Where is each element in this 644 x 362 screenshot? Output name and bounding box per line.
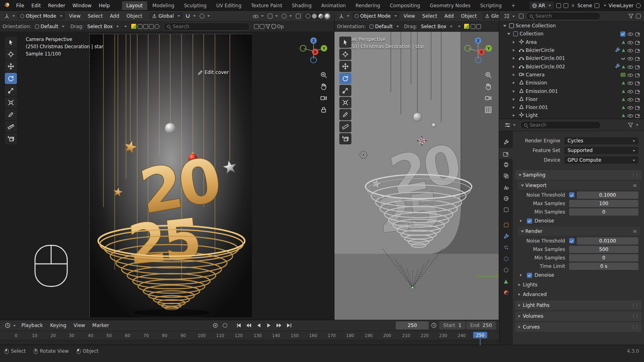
jump-to-end-button[interactable] [285,322,293,329]
drag-options-caret[interactable] [458,26,460,29]
disable-render-toggle[interactable] [635,47,641,53]
disable-render-toggle[interactable] [635,64,641,70]
menu-render[interactable]: Render [45,2,68,10]
navigation-gizmo[interactable]: Z Y X [298,35,329,68]
panel-drag-icon[interactable]: ⋮⋮ [631,173,638,178]
menu-add[interactable]: Add [107,12,122,20]
filter-dropdown[interactable] [626,122,640,128]
mode-dropdown[interactable]: Object Mode [352,12,400,20]
viewport-denoise-row[interactable]: Denoise [513,216,644,226]
menu-view[interactable]: View [66,12,84,20]
workspace-tab-layout[interactable]: Layout [122,1,147,10]
filter-funnel-icon[interactable] [265,24,270,29]
expand-icon[interactable] [503,25,506,29]
viewlayer-name[interactable]: ViewLayer [609,3,634,8]
workspace-tab-shading[interactable]: Shading [287,1,316,10]
tool-move[interactable] [5,61,17,72]
camera-lock-icon[interactable] [320,106,327,113]
viewport-subpanel-header[interactable]: Viewport ≡ [518,181,640,190]
outliner-row-object[interactable]: BézierCircle [499,46,644,54]
expand-icon[interactable] [513,49,516,51]
annotation-color-swatch[interactable] [131,23,137,29]
expand-icon[interactable] [520,274,523,276]
blender-logo-icon[interactable] [3,2,10,9]
tab-tool[interactable] [499,137,513,148]
tool-rotate[interactable] [339,73,351,84]
drag-mode-dropdown[interactable]: Select Box [85,23,122,30]
outliner-row-object[interactable]: BézierCircle.001 [499,54,644,62]
hide-viewport-toggle[interactable] [627,39,633,45]
editor-type-dropdown[interactable] [337,12,351,20]
copy-settings-icon[interactable] [260,24,264,29]
outliner-row-scene-collection[interactable]: Scene Collection [499,22,644,30]
outliner-search-input[interactable] [535,13,597,19]
preset-menu-icon[interactable]: ≡ [633,183,637,188]
outliner-row-object[interactable]: Floor.001 [499,103,644,111]
transform-orientation-dropdown[interactable]: Global [149,12,182,20]
tool-select-box[interactable] [339,37,351,48]
expand-icon[interactable] [513,82,516,84]
disable-render-toggle[interactable] [635,72,641,78]
hide-viewport-toggle[interactable] [627,56,633,61]
properties-search[interactable] [520,121,601,129]
outliner-search[interactable] [526,12,601,20]
shield-icon[interactable] [271,24,276,29]
mesh-data-badge-icon[interactable] [622,98,625,101]
tab-modifiers[interactable] [499,231,513,242]
camera-view-icon[interactable] [320,95,327,102]
editor-type-dropdown[interactable] [502,13,516,19]
expand-icon[interactable] [520,220,523,222]
hide-viewport-toggle[interactable] [627,113,633,118]
disable-render-toggle[interactable] [635,56,641,61]
expand-icon[interactable] [518,284,522,286]
light-data-badge-icon[interactable] [622,114,625,117]
workspace-tab-sculpting[interactable]: Sculpting [180,1,211,10]
workspace-tab-uv-editing[interactable]: UV Editing [212,1,246,10]
edit-cover-annotation[interactable]: Edit cover [198,70,229,75]
hide-viewport-toggle[interactable] [627,105,633,110]
viewport-canvas[interactable]: 20 25 [334,32,499,320]
transform-orientation-dropdown[interactable]: Glob [482,12,499,20]
outliner-row-object[interactable]: BézierCircle.002 [499,62,644,70]
frame-start-field[interactable]: Start1 [439,321,465,329]
feature-set-dropdown[interactable]: Supported [564,147,638,154]
jump-to-start-button[interactable] [234,322,243,329]
frame-end-field[interactable]: End250 [466,321,496,329]
outliner-row-object[interactable]: Light [499,111,644,119]
tool-move[interactable] [339,61,351,72]
select-mode-extend-icon[interactable] [143,24,148,29]
pin-icon[interactable] [556,3,561,8]
mesh-data-badge-icon[interactable] [622,90,625,93]
zoom-icon[interactable] [320,71,327,78]
menu-view[interactable]: View [70,321,88,329]
tool-orientation-dropdown[interactable]: Default [32,23,67,30]
menu-select[interactable]: Select [419,12,440,20]
tab-output[interactable] [499,159,513,170]
menu-view[interactable]: View [400,12,418,20]
shading-solid-button[interactable] [312,14,317,19]
min-samples-field[interactable]: 0 [569,254,638,261]
tab-constraints[interactable] [499,265,513,276]
panel-drag-icon[interactable]: ⋮⋮ [631,303,638,308]
outliner-row-object[interactable]: Camera [499,71,644,79]
tool-measure[interactable] [5,121,17,132]
play-button[interactable] [264,322,273,329]
tab-render[interactable] [499,148,513,159]
tab-collection[interactable] [499,204,513,215]
select-mode-invert-icon[interactable] [155,24,159,29]
expand-icon[interactable] [513,41,516,43]
render-engine-dropdown[interactable]: Cycles [564,137,638,144]
shading-wireframe-button[interactable] [305,14,310,19]
workspace-tab-texture-paint[interactable]: Texture Paint [247,1,287,10]
hide-viewport-toggle[interactable] [627,47,633,53]
navigation-gizmo[interactable]: Z Y X [463,35,493,68]
new-viewlayer-icon[interactable] [636,3,641,8]
tool-add-cube[interactable] [5,133,17,144]
tool-select-box[interactable] [5,37,17,48]
menu-edit[interactable]: Edit [28,2,44,10]
shading-material-button[interactable] [318,14,323,19]
xray-toggle[interactable] [294,13,302,19]
editor-type-dropdown[interactable] [503,122,517,128]
denoise-checkbox[interactable] [527,273,532,278]
expand-icon[interactable] [513,106,516,109]
